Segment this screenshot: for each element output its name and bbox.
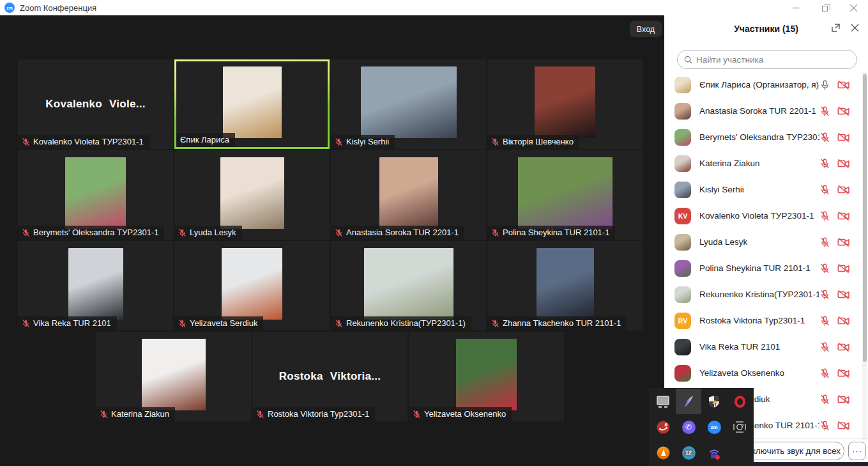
video-tile[interactable]: Kislyi Serhii: [331, 59, 486, 149]
camera-off-icon[interactable]: [837, 421, 850, 431]
camera-off-icon[interactable]: [837, 80, 850, 90]
camera-off-icon[interactable]: [837, 185, 850, 195]
video-tile[interactable]: Rekunenko Kristina(ТУР2301-1): [331, 241, 486, 330]
more-options-button[interactable]: ···: [848, 442, 866, 460]
avatar: [674, 365, 691, 382]
tile-name-label: Berymets' Oleksandra ТУР2301-1: [18, 226, 164, 240]
avatar: [674, 103, 691, 120]
video-tile[interactable]: Yelizaveta Serdiuk: [174, 241, 330, 330]
search-input[interactable]: Найти участника: [677, 50, 857, 69]
tile-name-text: Rostoka Viktoria Typ2301-1: [268, 409, 369, 419]
participant-row[interactable]: Yelizaveta Oksenenko: [664, 360, 859, 386]
participant-row[interactable]: Vika Reka TUR 2101: [664, 334, 859, 360]
remote-display-icon[interactable]: [650, 389, 676, 414]
participant-row[interactable]: Anastasia Soroka TUR 2201-1: [664, 98, 859, 124]
screen-cast-icon[interactable]: [727, 414, 752, 440]
participant-row[interactable]: Kislyi Serhii: [664, 176, 859, 203]
ccleaner-icon[interactable]: [650, 414, 676, 440]
minimize-button[interactable]: [782, 0, 811, 15]
mic-on-icon[interactable]: [819, 79, 830, 91]
participants-scrollbar[interactable]: [862, 72, 867, 440]
video-tile[interactable]: Zhanna Tkachenko TUR 2101-1: [487, 241, 643, 330]
muted-mic-icon[interactable]: [819, 184, 830, 196]
zoom-tray-icon[interactable]: zm: [701, 414, 727, 440]
participant-row[interactable]: KVKovalenko Violeta ТУР2301-1: [664, 203, 859, 229]
participant-row[interactable]: Єпик Лариса (Организатор, я): [664, 72, 859, 98]
avatar: KV: [674, 208, 691, 224]
avatar: [674, 77, 691, 93]
hotspot-icon[interactable]: [701, 440, 727, 465]
participant-row[interactable]: Katerina Ziakun: [664, 150, 859, 176]
video-tile[interactable]: Anastasia Soroka TUR 2201-1: [331, 150, 486, 240]
camera-off-icon[interactable]: [837, 342, 850, 352]
tile-name-label: Anastasia Soroka TUR 2201-1: [331, 226, 464, 240]
video-tile[interactable]: Єпик Лариса: [174, 59, 330, 149]
video-tile[interactable]: Katerina Ziakun: [96, 332, 251, 421]
close-panel-icon[interactable]: [851, 24, 859, 32]
pop-out-icon[interactable]: [831, 23, 841, 33]
muted-mic-icon: [22, 137, 30, 146]
video-tile[interactable]: Yelizaveta Oksenenko: [409, 332, 564, 421]
camera-off-icon[interactable]: [837, 263, 850, 274]
join-audio-button[interactable]: Вход: [630, 21, 662, 37]
video-tile[interactable]: Rostoka Viktoria... Rostoka Viktoria Typ…: [252, 332, 407, 421]
camera-off-icon[interactable]: [837, 290, 850, 300]
avatar: [674, 339, 691, 355]
participant-video-thumbnail: [220, 157, 284, 229]
tile-name-text: Kislyi Serhii: [346, 137, 389, 146]
tile-name-label: Kovalenko Violeta ТУР2301-1: [18, 135, 149, 149]
camera-off-icon[interactable]: [837, 394, 850, 405]
muted-mic-icon[interactable]: [819, 132, 830, 143]
feather-quill-icon[interactable]: [676, 389, 701, 414]
defender-shield-warning-icon[interactable]: [701, 389, 727, 414]
muted-mic-icon[interactable]: [819, 237, 830, 248]
close-button[interactable]: [839, 0, 868, 15]
muted-mic-icon[interactable]: [819, 263, 830, 274]
participant-name: Kislyi Serhii: [699, 185, 819, 194]
muted-mic-icon[interactable]: [819, 394, 830, 405]
muted-mic-icon: [256, 410, 264, 419]
muted-mic-icon[interactable]: [819, 368, 830, 379]
participant-row[interactable]: Rekunenko Kristina(ТУР2301-1): [664, 281, 859, 307]
muted-mic-icon[interactable]: [819, 315, 830, 327]
camera-off-icon[interactable]: [837, 368, 850, 378]
muted-mic-icon[interactable]: [819, 158, 830, 169]
tile-name-label: Kislyi Serhii: [331, 135, 395, 149]
opera-icon[interactable]: [727, 389, 752, 414]
muted-mic-icon: [178, 228, 187, 237]
badge-12-icon[interactable]: 12: [676, 440, 701, 465]
muted-mic-icon[interactable]: [819, 210, 830, 222]
viber-icon[interactable]: ✆: [676, 414, 701, 440]
restore-button[interactable]: [811, 0, 839, 15]
muted-mic-icon[interactable]: [819, 289, 830, 300]
video-tile[interactable]: Vika Reka TUR 2101: [18, 241, 173, 330]
video-tile[interactable]: Polina Sheykina TUR 2101-1: [487, 150, 643, 240]
camera-off-icon[interactable]: [837, 132, 850, 143]
tile-name-text: Вікторія Шевченко: [503, 137, 574, 146]
participant-video-thumbnail: [364, 248, 453, 320]
participant-name: Vika Reka TUR 2101: [699, 342, 819, 352]
video-tile[interactable]: Berymets' Oleksandra ТУР2301-1: [18, 150, 173, 240]
participant-row[interactable]: RVRostoka Viktoria Typ2301-1: [664, 307, 859, 334]
participant-row[interactable]: Berymets' Oleksandra ТУР2301-1: [664, 124, 859, 150]
tile-name-text: Єпик Лариса: [180, 135, 229, 144]
muted-mic-icon[interactable]: [819, 341, 830, 353]
avast-icon[interactable]: [650, 440, 676, 465]
participant-name: Berymets' Oleksandra ТУР2301-1: [699, 132, 819, 142]
scrollbar-thumb[interactable]: [863, 74, 867, 362]
participant-row[interactable]: Lyuda Lesyk: [664, 229, 859, 255]
video-tile[interactable]: Lyuda Lesyk: [174, 150, 330, 240]
participant-row[interactable]: Polina Sheykina TUR 2101-1: [664, 255, 859, 281]
camera-off-icon[interactable]: [837, 106, 850, 116]
camera-off-icon[interactable]: [837, 316, 850, 326]
muted-mic-icon[interactable]: [819, 420, 830, 431]
participant-video-thumbnail: [222, 248, 282, 320]
restore-icon: [822, 6, 828, 12]
video-tile[interactable]: Вікторія Шевченко: [487, 59, 643, 149]
camera-off-icon[interactable]: [837, 211, 850, 221]
muted-mic-icon[interactable]: [819, 105, 830, 117]
video-tile[interactable]: Kovalenko Viole... Kovalenko Violeta ТУР…: [18, 59, 173, 149]
camera-off-icon[interactable]: [837, 159, 850, 169]
camera-off-icon[interactable]: [837, 237, 850, 247]
muted-mic-icon: [491, 228, 499, 237]
